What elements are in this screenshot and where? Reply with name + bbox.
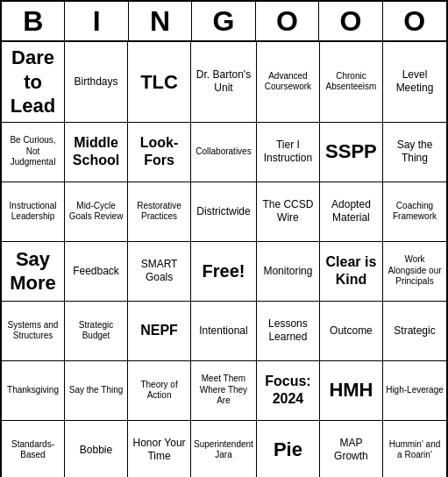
cell-text-8: Middle School — [68, 134, 124, 169]
bingo-cell-16[interactable]: Restorative Practices — [128, 182, 191, 242]
bingo-cell-43[interactable]: Bobbie — [65, 421, 128, 478]
bingo-cell-21[interactable]: Say More — [2, 242, 65, 302]
cell-text-37: Theory of Action — [131, 380, 188, 402]
bingo-cell-31[interactable]: Intentional — [191, 302, 257, 361]
bingo-cell-25[interactable]: Monitoring — [257, 242, 320, 302]
bingo-cell-19[interactable]: Adopted Material — [320, 182, 383, 242]
cell-text-46: Pie — [274, 438, 302, 462]
cell-text-36: Say the Thing — [69, 385, 124, 396]
cell-text-23: SMART Goals — [131, 258, 188, 284]
bingo-cell-8[interactable]: Middle School — [65, 123, 128, 182]
cell-text-20: Coaching Framework — [386, 201, 444, 223]
cell-text-33: Outcome — [330, 324, 373, 338]
cell-text-48: Hummin' and a Roarin' — [386, 439, 444, 461]
bingo-cell-29[interactable]: Strategic Budget — [65, 302, 128, 361]
bingo-cell-47[interactable]: MAP Growth — [320, 421, 383, 478]
cell-text-47: MAP Growth — [323, 437, 380, 463]
bingo-cell-18[interactable]: The CCSD Wire — [257, 182, 320, 242]
cell-text-42: Standards-Based — [4, 439, 61, 461]
cell-text-5: Chronic Absenteeism — [323, 71, 380, 93]
cell-text-7: Be Curious, Not Judgmental — [4, 135, 61, 168]
bingo-card: BINGOOO Dare to LeadBirthdaysTLCDr. Bart… — [0, 0, 448, 477]
header-letter-I: I — [65, 2, 128, 40]
cell-text-15: Mid-Cycle Goals Review — [68, 201, 124, 223]
bingo-cell-9[interactable]: Look-Fors — [128, 123, 191, 182]
bingo-cell-37[interactable]: Theory of Action — [128, 361, 191, 421]
cell-text-25: Monitoring — [263, 265, 312, 278]
bingo-cell-15[interactable]: Mid-Cycle Goals Review — [65, 182, 128, 242]
bingo-cell-26[interactable]: Clear is Kind — [320, 242, 383, 302]
bingo-cell-28[interactable]: Systems and Structures — [2, 302, 65, 361]
bingo-cell-17[interactable]: Districtwide — [191, 182, 257, 242]
bingo-cell-5[interactable]: Chronic Absenteeism — [320, 42, 383, 123]
bingo-cell-12[interactable]: SSPP — [320, 123, 383, 182]
cell-text-13: Say the Thing — [386, 139, 444, 165]
cell-text-16: Restorative Practices — [131, 201, 188, 223]
cell-text-38: Meet Them Where They Are — [194, 374, 253, 407]
header-letter-G: G — [192, 2, 255, 40]
cell-text-21: Say More — [4, 247, 61, 295]
bingo-cell-11[interactable]: Tier I Instruction — [257, 123, 320, 182]
bingo-cell-0[interactable]: Dare to Lead — [2, 42, 65, 123]
cell-text-24: Free! — [203, 260, 245, 282]
bingo-cell-27[interactable]: Work Alongside our Principals — [383, 242, 446, 302]
cell-text-26: Clear is Kind — [323, 253, 380, 288]
bingo-header: BINGOOO — [2, 2, 446, 42]
bingo-cell-30[interactable]: NEPF — [128, 302, 191, 361]
bingo-cell-35[interactable]: Thanksgiving — [2, 361, 65, 421]
bingo-cell-6[interactable]: Level Meeting — [383, 42, 446, 123]
bingo-cell-20[interactable]: Coaching Framework — [383, 182, 446, 242]
cell-text-17: Districtwide — [196, 205, 250, 218]
cell-text-22: Feedback — [73, 265, 119, 278]
cell-text-12: SSPP — [325, 139, 377, 164]
cell-text-0: Dare to Lead — [4, 46, 61, 118]
cell-text-31: Intentional — [199, 324, 247, 338]
cell-text-4: Advanced Coursework — [260, 71, 316, 93]
cell-text-44: Honor Your Time — [131, 437, 188, 463]
cell-text-1: Birthdays — [75, 75, 118, 89]
bingo-cell-13[interactable]: Say the Thing — [383, 123, 446, 182]
bingo-cell-42[interactable]: Standards-Based — [2, 421, 65, 478]
bingo-cell-46[interactable]: Pie — [257, 421, 320, 478]
cell-text-14: Instructional Leadership — [4, 201, 61, 223]
header-letter-B: B — [2, 2, 65, 40]
cell-text-34: Strategic — [394, 324, 435, 338]
cell-text-43: Bobbie — [80, 444, 112, 457]
bingo-grid: Dare to LeadBirthdaysTLCDr. Barton's Uni… — [2, 42, 446, 477]
cell-text-30: NEPF — [140, 322, 178, 339]
bingo-cell-32[interactable]: Lessons Learned — [257, 302, 320, 361]
bingo-cell-41[interactable]: High-Leverage — [383, 361, 446, 421]
cell-text-3: Dr. Barton's Unit — [194, 68, 253, 95]
header-letter-O: O — [256, 2, 319, 40]
bingo-cell-1[interactable]: Birthdays — [65, 42, 128, 123]
bingo-cell-22[interactable]: Feedback — [65, 242, 128, 302]
cell-text-28: Systems and Structures — [4, 320, 61, 342]
bingo-cell-7[interactable]: Be Curious, Not Judgmental — [2, 123, 65, 182]
cell-text-32: Lessons Learned — [260, 317, 316, 344]
cell-text-18: The CCSD Wire — [260, 198, 316, 224]
bingo-cell-4[interactable]: Advanced Coursework — [257, 42, 320, 123]
bingo-cell-48[interactable]: Hummin' and a Roarin' — [383, 421, 446, 478]
bingo-cell-34[interactable]: Strategic — [383, 302, 446, 361]
bingo-cell-45[interactable]: Superintendent Jara — [191, 421, 257, 478]
bingo-cell-3[interactable]: Dr. Barton's Unit — [191, 42, 257, 123]
bingo-cell-38[interactable]: Meet Them Where They Are — [191, 361, 257, 421]
header-letter-O: O — [383, 2, 446, 40]
cell-text-29: Strategic Budget — [68, 320, 124, 342]
bingo-cell-23[interactable]: SMART Goals — [128, 242, 191, 302]
bingo-cell-33[interactable]: Outcome — [320, 302, 383, 361]
bingo-cell-44[interactable]: Honor Your Time — [128, 421, 191, 478]
bingo-cell-39[interactable]: Focus: 2024 — [257, 361, 320, 421]
bingo-cell-40[interactable]: HMH — [320, 361, 383, 421]
cell-text-10: Collaboratives — [196, 146, 251, 158]
bingo-cell-10[interactable]: Collaboratives — [191, 123, 257, 182]
cell-text-27: Work Alongside our Principals — [386, 254, 444, 288]
cell-text-6: Level Meeting — [386, 68, 444, 95]
bingo-cell-24[interactable]: Free! — [191, 242, 257, 302]
cell-text-39: Focus: 2024 — [260, 373, 316, 408]
bingo-cell-14[interactable]: Instructional Leadership — [2, 182, 65, 242]
cell-text-2: TLC — [140, 70, 178, 95]
bingo-cell-2[interactable]: TLC — [128, 42, 191, 123]
cell-text-11: Tier I Instruction — [260, 139, 316, 165]
bingo-cell-36[interactable]: Say the Thing — [65, 361, 128, 421]
